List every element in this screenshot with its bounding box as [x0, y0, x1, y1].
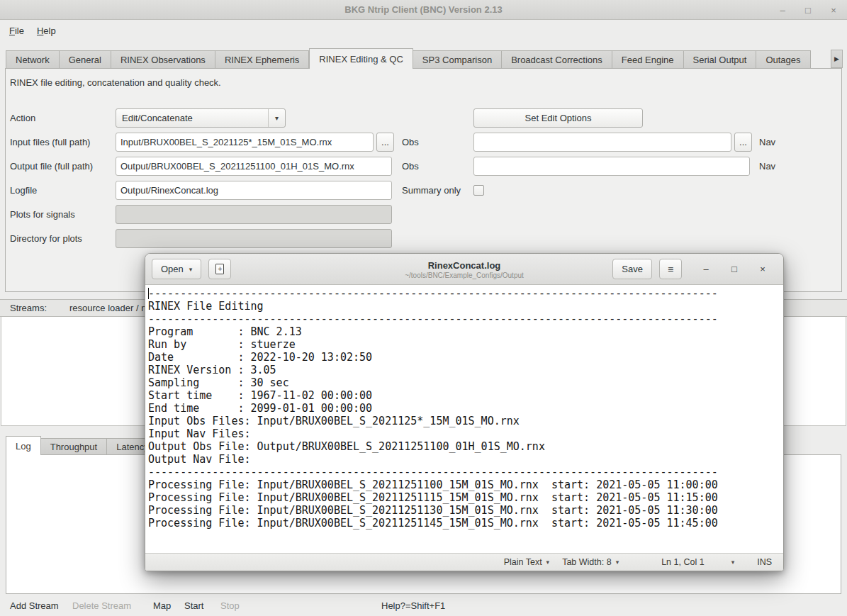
log-line: Output Obs File: Output/BRUX00BEL_S_2021…: [148, 440, 783, 453]
log-line: Processing File: Input/BRUX00BEL_S_20211…: [148, 504, 783, 517]
logfile-field[interactable]: [116, 181, 392, 200]
log-line: Processing File: Input/BRUX00BEL_S_20211…: [148, 517, 783, 530]
plots-directory-field: [116, 229, 392, 248]
editor-statusbar: Plain Text ▾ Tab Width: 8 ▾ Ln 1, Col 1 …: [145, 553, 783, 571]
log-line: ----------------------------------------…: [148, 313, 783, 325]
log-line: ----------------------------------------…: [148, 466, 783, 478]
log-line: ----------------------------------------…: [148, 287, 783, 300]
document-path: ~/tools/BNC/Example_Configs/Output: [405, 271, 524, 279]
log-line: RINEX File Editing: [148, 300, 783, 313]
doc-type-label: Plain Text: [504, 557, 542, 567]
log-line: RINEX Version : 3.05: [148, 364, 783, 376]
log-line: Sampling : 30 sec: [148, 376, 783, 389]
tab-serial-output[interactable]: Serial Output: [684, 50, 757, 69]
tab-outages[interactable]: Outages: [756, 50, 810, 69]
output-nav-file-field[interactable]: [473, 157, 750, 176]
output-file-label: Output file (full path): [10, 157, 93, 176]
chevron-down-icon: ▾: [616, 559, 619, 566]
action-combobox-value: Edit/Concatenate: [116, 113, 268, 123]
tab-broadcast-corrections[interactable]: Broadcast Corrections: [502, 50, 612, 69]
chevron-down-icon: ▾: [731, 559, 735, 566]
add-stream-button[interactable]: Add Stream: [10, 595, 59, 616]
delete-stream-button: Delete Stream: [72, 595, 131, 616]
input-obs-browse-button[interactable]: ...: [376, 133, 394, 152]
tab-rinex-editing-qc[interactable]: RINEX Editing & QC: [309, 48, 413, 69]
main-tabbar: Network General RINEX Observations RINEX…: [6, 48, 830, 69]
input-nav-files-field[interactable]: [473, 133, 731, 152]
close-icon[interactable]: ×: [829, 6, 838, 15]
open-button[interactable]: Open ▾: [152, 259, 201, 279]
chevron-right-icon: ▶: [834, 55, 839, 62]
save-button[interactable]: Save: [612, 259, 652, 279]
set-edit-options-button[interactable]: Set Edit Options: [473, 108, 643, 128]
tab-general[interactable]: General: [60, 50, 111, 69]
tab-width-label: Tab Width: 8: [562, 557, 611, 567]
tab-log[interactable]: Log: [6, 436, 41, 455]
log-line: Start time : 1967-11-02 00:00:00: [148, 389, 783, 402]
maximize-icon[interactable]: □: [720, 264, 748, 274]
bottom-tabbar: Log Throughput Latency: [6, 436, 159, 455]
menu-button[interactable]: ≡: [659, 259, 682, 279]
action-combobox[interactable]: Edit/Concatenate ▾: [116, 108, 286, 128]
plots-signals-label: Plots for signals: [10, 205, 75, 224]
chevron-down-icon: ▾: [546, 559, 550, 566]
tab-sp3-comparison[interactable]: SP3 Comparison: [413, 50, 502, 69]
log-line: Output Nav File:: [148, 453, 783, 466]
streams-header-value: resource loader / n: [69, 303, 146, 313]
log-line: End time : 2099-01-01 00:00:00: [148, 402, 783, 415]
tab-network[interactable]: Network: [6, 50, 60, 69]
main-window-controls: – □ ×: [778, 0, 838, 20]
close-icon[interactable]: ×: [748, 264, 777, 274]
help-shortcut-hint: Help?=Shift+F1: [381, 595, 445, 616]
log-line: Processing File: Input/BRUX00BEL_S_20211…: [148, 478, 783, 491]
summary-only-checkbox[interactable]: [473, 185, 484, 196]
plots-signals-field: [116, 205, 392, 224]
start-button[interactable]: Start: [184, 595, 203, 616]
new-tab-button[interactable]: +: [208, 259, 231, 279]
chevron-down-icon: ▾: [268, 109, 285, 127]
menu-file[interactable]: File: [3, 21, 30, 40]
log-line: Input Obs Files: Input/BRUX00BEL_S_20211…: [148, 415, 783, 427]
tab-scroll-right-button[interactable]: ▶: [831, 50, 843, 68]
insert-mode-label: INS: [757, 557, 772, 567]
action-label: Action: [10, 108, 35, 128]
menu-help[interactable]: Help: [30, 21, 62, 40]
summary-only-label: Summary only: [402, 181, 461, 200]
nav-label-input: Nav: [759, 133, 775, 152]
input-nav-browse-button[interactable]: ...: [734, 133, 752, 152]
minimize-icon[interactable]: –: [778, 6, 787, 15]
log-line: Input Nav Files:: [148, 427, 783, 440]
menubar: File Help: [0, 21, 62, 40]
statusbar-dropdown-button[interactable]: ▾: [731, 559, 735, 566]
map-button[interactable]: Map: [153, 595, 171, 616]
chevron-down-icon: ▾: [189, 266, 193, 273]
editor-header-right: Save ≡ – □ ×: [612, 259, 777, 279]
input-files-label: Input files (full path): [10, 133, 90, 152]
editor-window-controls: – □ ×: [692, 264, 777, 274]
document-title: RinexConcat.log: [428, 260, 501, 271]
tab-rinex-ephemeris[interactable]: RINEX Ephemeris: [215, 50, 309, 69]
minimize-icon[interactable]: –: [692, 264, 720, 274]
nav-label-output: Nav: [759, 157, 775, 176]
editor-headerbar[interactable]: Open ▾ + RinexConcat.log ~/tools/BNC/Exa…: [145, 254, 783, 285]
log-line: Processing File: Input/BRUX00BEL_S_20211…: [148, 491, 783, 504]
main-window-title: BKG Ntrip Client (BNC) Version 2.13: [0, 4, 847, 15]
goto-line-button[interactable]: Ln 1, Col 1: [661, 557, 704, 567]
hamburger-icon: ≡: [668, 264, 673, 275]
open-button-label: Open: [161, 264, 184, 274]
input-obs-files-field[interactable]: [116, 133, 374, 152]
doc-type-dropdown[interactable]: Plain Text ▾: [504, 557, 550, 567]
logfile-label: Logfile: [10, 181, 37, 200]
editor-text-area[interactable]: ----------------------------------------…: [145, 285, 783, 553]
maximize-icon[interactable]: □: [803, 6, 813, 15]
tab-feed-engine[interactable]: Feed Engine: [612, 50, 684, 69]
output-obs-file-field[interactable]: [116, 157, 392, 176]
main-titlebar[interactable]: BKG Ntrip Client (BNC) Version 2.13 – □ …: [0, 0, 847, 20]
bottom-action-bar: Add Stream Delete Stream Map Start Stop …: [0, 595, 847, 616]
tab-throughput[interactable]: Throughput: [41, 438, 108, 455]
log-line: Run by : stuerze: [148, 338, 783, 351]
tab-rinex-observations[interactable]: RINEX Observations: [111, 50, 215, 69]
stop-button: Stop: [220, 595, 240, 616]
log-line: Program : BNC 2.13: [148, 325, 783, 338]
tab-width-dropdown[interactable]: Tab Width: 8 ▾: [562, 557, 619, 567]
